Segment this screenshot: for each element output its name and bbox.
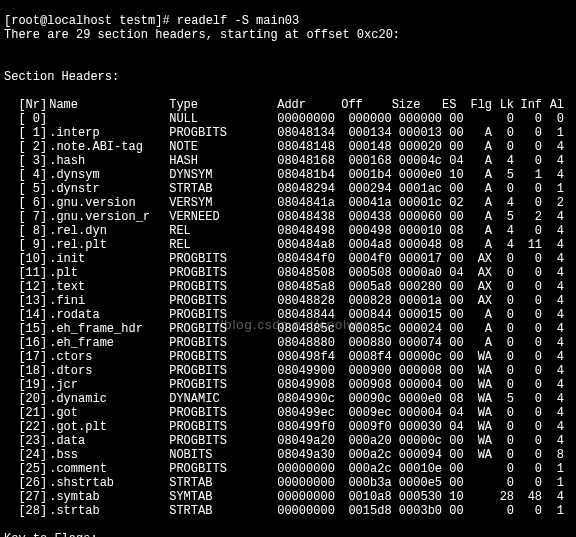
shell-prompt: [root@localhost testm]# readelf -S main0… <box>4 14 299 28</box>
section-headers-title: Section Headers: <box>4 70 572 84</box>
table-row: [ 7].gnu.version_rVERNEED08048438 000438… <box>4 210 564 224</box>
table-row: [ 9].rel.pltREL080484a8 0004a8 000048 08… <box>4 238 564 252</box>
col-type: Type <box>169 98 277 112</box>
col-nr: [Nr] <box>4 98 47 112</box>
table-row: [19].jcrPROGBITS08049908 000908 000004 0… <box>4 378 564 392</box>
col-off: Off <box>341 98 391 112</box>
table-row: [16].eh_framePROGBITS08048880 000880 000… <box>4 336 564 350</box>
table-header-row: [Nr] Name Type Addr Off Size ES Flg Lk I… <box>4 98 564 112</box>
table-row: [11].pltPROGBITS08048508 000508 0000a0 0… <box>4 266 564 280</box>
section-headers-table: [Nr] Name Type Addr Off Size ES Flg Lk I… <box>4 98 564 518</box>
col-size: Size <box>392 98 442 112</box>
table-row: [ 8].rel.dynREL08048498 000498 000010 08… <box>4 224 564 238</box>
terminal-output[interactable]: [root@localhost testm]# readelf -S main0… <box>0 0 576 537</box>
key-title: Key to Flags: <box>4 532 572 537</box>
table-row: [13].finiPROGBITS08048828 000828 00001a … <box>4 294 564 308</box>
col-flg: Flg <box>464 98 492 112</box>
summary-line: There are 29 section headers, starting a… <box>4 28 572 42</box>
table-row: [ 6].gnu.versionVERSYM0804841a 00041a 00… <box>4 196 564 210</box>
table-row: [20].dynamicDYNAMIC0804990c 00090c 0000e… <box>4 392 564 406</box>
table-row: [27].symtabSYMTAB00000000 0010a8 000530 … <box>4 490 564 504</box>
table-row: [17].ctorsPROGBITS080498f4 0008f4 00000c… <box>4 350 564 364</box>
table-row: [12].textPROGBITS080485a8 0005a8 000280 … <box>4 280 564 294</box>
table-row: [ 3].hashHASH08048168 000168 00004c 04A4… <box>4 154 564 168</box>
command-text: readelf -S main03 <box>177 14 299 28</box>
table-row: [26].shstrtabSTRTAB00000000 000b3a 0000e… <box>4 476 564 490</box>
table-row: [ 5].dynstrSTRTAB08048294 000294 0001ac … <box>4 182 564 196</box>
col-addr: Addr <box>277 98 341 112</box>
table-row: [ 4].dynsymDYNSYM080481b4 0001b4 0000e0 … <box>4 168 564 182</box>
table-row: [ 0]NULL00000000 000000 000000 00000 <box>4 112 564 126</box>
table-row: [ 1].interpPROGBITS08048134 000134 00001… <box>4 126 564 140</box>
table-row: [10].initPROGBITS080484f0 0004f0 000017 … <box>4 252 564 266</box>
table-row: [25].commentPROGBITS00000000 000a2c 0001… <box>4 462 564 476</box>
col-es: ES <box>442 98 464 112</box>
table-row: [24].bssNOBITS08049a30 000a2c 000094 00W… <box>4 448 564 462</box>
col-lk: Lk <box>492 98 514 112</box>
table-row: [15].eh_frame_hdrPROGBITS0804885c 00085c… <box>4 322 564 336</box>
col-al: Al <box>542 98 564 112</box>
table-row: [28].strtabSTRTAB00000000 0015d8 0003b0 … <box>4 504 564 518</box>
table-row: [ 2].note.ABI-tagNOTE08048148 000148 000… <box>4 140 564 154</box>
table-row: [23].dataPROGBITS08049a20 000a20 00000c … <box>4 434 564 448</box>
table-row: [14].rodataPROGBITS08048844 000844 00001… <box>4 308 564 322</box>
table-row: [18].dtorsPROGBITS08049900 000900 000008… <box>4 364 564 378</box>
col-name: Name <box>47 98 169 112</box>
table-row: [22].got.pltPROGBITS080499f0 0009f0 0000… <box>4 420 564 434</box>
table-row: [21].gotPROGBITS080499ec 0009ec 000004 0… <box>4 406 564 420</box>
col-inf: Inf <box>514 98 542 112</box>
